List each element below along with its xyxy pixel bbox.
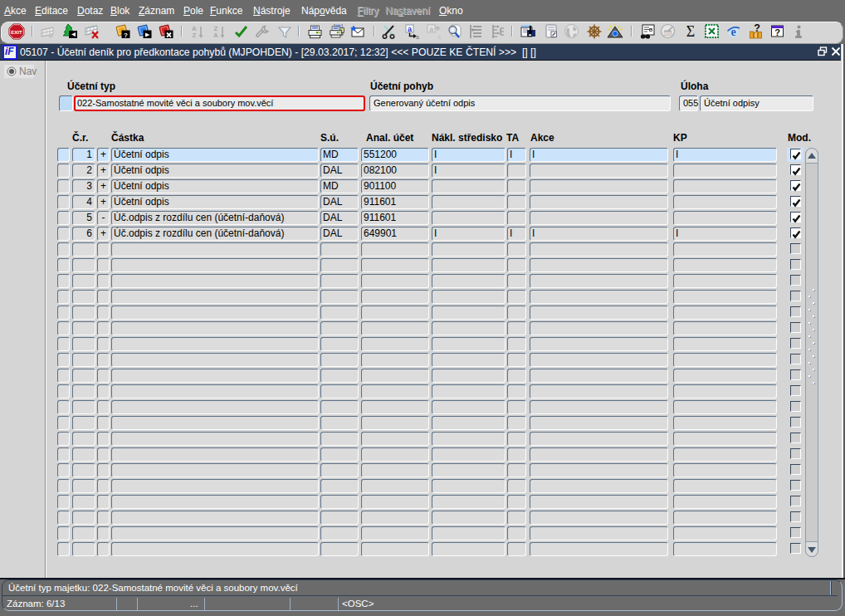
svg-text:1315: 1315 [663,32,672,37]
svg-text:a: a [416,34,419,40]
svg-text:?: ? [124,32,128,39]
svg-text:?: ? [754,22,760,34]
svg-text:Z: Z [193,32,197,39]
svg-text:Σ: Σ [686,23,695,40]
svg-text:?: ? [774,27,780,37]
svg-text:a: a [437,34,441,40]
svg-text:EXIT: EXIT [11,30,22,35]
svg-text:A: A [213,32,218,39]
